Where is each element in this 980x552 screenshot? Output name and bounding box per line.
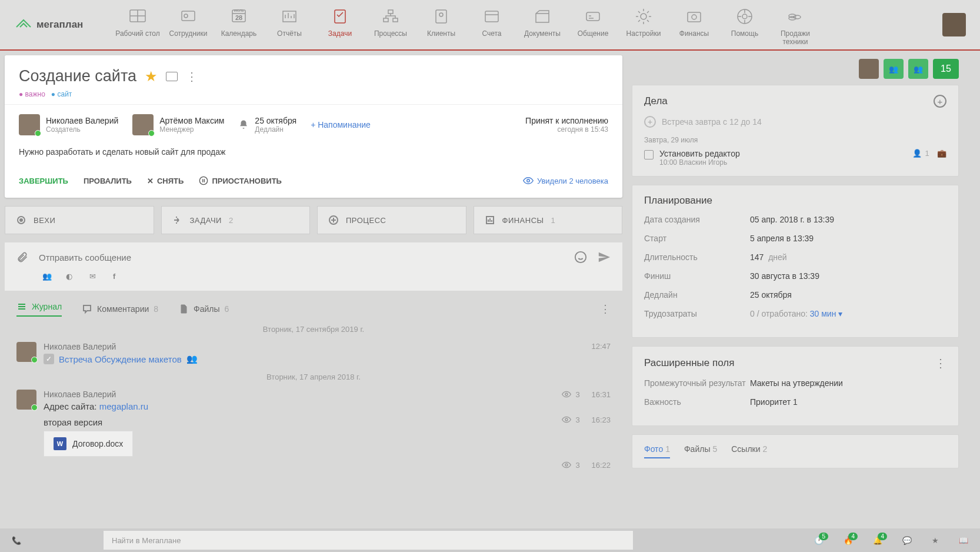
status-bar: 📞 Найти в Мегаплане 🕐5 🔥4 🔔4 💬 ★ 📖 xyxy=(0,528,980,552)
feedtab-Файлы[interactable]: Файлы6 xyxy=(178,304,229,314)
svg-rect-14 xyxy=(485,11,498,22)
more-icon[interactable]: ⋮ xyxy=(600,302,611,315)
logo[interactable]: мегаплан xyxy=(14,15,108,34)
nav-Документы[interactable]: Документы xyxy=(519,4,566,46)
svg-point-25 xyxy=(200,177,208,184)
feedtab-Журнал[interactable]: Журнал xyxy=(16,301,62,317)
svg-rect-16 xyxy=(586,12,599,21)
star-icon[interactable]: ★ xyxy=(932,536,939,545)
nav-Процессы[interactable]: Процессы xyxy=(367,4,414,46)
svg-rect-10 xyxy=(384,18,388,22)
bell-icon[interactable]: 🔔4 xyxy=(873,536,882,545)
emoji-icon[interactable] xyxy=(574,251,587,264)
svg-point-26 xyxy=(527,179,530,182)
svg-point-32 xyxy=(565,393,568,395)
nav-Клиенты[interactable]: Клиенты xyxy=(418,4,465,46)
global-search[interactable]: Найти в Мегаплане xyxy=(104,531,633,550)
nav-Счета[interactable]: Счета xyxy=(468,4,515,46)
mail-icon[interactable]: ✉ xyxy=(89,272,100,282)
file-attachment[interactable]: WДоговор.docx xyxy=(44,431,133,457)
seen-indicator[interactable]: Увидели 2 человека xyxy=(523,175,608,186)
feed-message: Николаев Валерий ✓Встреча Обсуждение мак… xyxy=(16,342,611,364)
feed-message: Николаев Валерий Адрес сайта: megaplan.r… xyxy=(16,390,611,411)
tab-ВЕХИ[interactable]: ВЕХИ xyxy=(5,206,154,234)
nav-Помощь[interactable]: Помощь xyxy=(721,4,768,46)
svg-point-13 xyxy=(439,13,443,16)
manager[interactable]: Артёмов МаксимМенеджер xyxy=(132,114,224,135)
meeting-link[interactable]: ✓Встреча Обсуждение макетов 👥 xyxy=(44,354,611,364)
svg-point-34 xyxy=(565,464,568,466)
quick-add[interactable]: + Встреча завтра с 12 до 14 xyxy=(644,116,946,128)
svg-point-4 xyxy=(184,14,188,18)
nav-Рабочий стол[interactable]: Рабочий стол xyxy=(114,4,161,46)
svg-rect-8 xyxy=(335,10,345,23)
task-title: Создание сайта xyxy=(19,67,136,85)
feedtab-Комментарии[interactable]: Комментарии8 xyxy=(82,304,158,314)
add-icon[interactable]: + xyxy=(934,95,946,108)
globe-icon[interactable]: ◐ xyxy=(66,272,76,282)
book-icon[interactable]: 📖 xyxy=(959,536,968,545)
group-icon[interactable]: 👥 xyxy=(908,59,928,79)
top-navigation: мегаплан Рабочий столСотрудники28июльКал… xyxy=(0,0,980,51)
nav-Задачи[interactable]: Задачи xyxy=(316,4,364,46)
nav-Сотрудники[interactable]: Сотрудники xyxy=(165,4,212,46)
planning-panel: Планирование Дата создания05 апр. 2018 г… xyxy=(632,185,959,338)
task-card: Создание сайта ★ ⋮ ● важно ● сайт Никола… xyxy=(5,55,622,198)
add-reminder[interactable]: + Напоминание xyxy=(311,120,371,129)
nav-Продажи техники[interactable]: Продажи техники xyxy=(772,4,819,46)
site-link[interactable]: megaplan.ru xyxy=(99,401,148,411)
phone-icon[interactable]: 📞 xyxy=(12,536,21,545)
star-icon[interactable]: ★ xyxy=(145,68,158,85)
effort-link[interactable]: 30 мин ▾ xyxy=(810,309,843,318)
svg-point-28 xyxy=(20,219,22,221)
user-avatar[interactable] xyxy=(942,13,966,36)
svg-point-21 xyxy=(742,14,747,19)
task-description: Нужно разработать и сделать новый сайт д… xyxy=(5,145,622,168)
nav-Финансы[interactable]: Финансы xyxy=(671,4,718,46)
fire-icon[interactable]: 🔥4 xyxy=(844,536,853,545)
compose-box: 👥 ◐ ✉ f xyxy=(5,242,622,291)
svg-point-33 xyxy=(565,418,568,421)
clock-icon[interactable]: 🕐5 xyxy=(814,536,824,545)
svg-point-31 xyxy=(575,252,586,262)
svg-point-19 xyxy=(692,15,696,19)
creator[interactable]: Николаев ВалерийСоздатель xyxy=(19,114,118,135)
task-status: Принят к исполнению сегодня в 15:43 xyxy=(525,116,608,134)
count-badge[interactable]: 15 xyxy=(933,59,959,79)
svg-rect-11 xyxy=(393,18,398,22)
tab-ПРОЦЕСС[interactable]: ПРОЦЕСС xyxy=(317,206,466,234)
message-input[interactable] xyxy=(39,252,564,262)
ext-fields-panel: Расширенные поля⋮ Промежуточный результа… xyxy=(632,346,959,426)
nav-Отчёты[interactable]: Отчёты xyxy=(266,4,313,46)
nav-Общение[interactable]: Общение xyxy=(569,4,616,46)
todo-item[interactable]: Установить редактор 10:00 Власкин Игорь … xyxy=(644,149,946,167)
complete-button[interactable]: ЗАВЕРШИТЬ xyxy=(19,177,68,185)
nav-Календарь[interactable]: 28июльКалендарь xyxy=(215,4,262,46)
attachments-panel: Фото1Файлы5Ссылки2 xyxy=(632,434,959,468)
attachtab-Фото[interactable]: Фото1 xyxy=(644,444,670,458)
send-icon[interactable] xyxy=(598,251,611,264)
remove-button[interactable]: ✕ СНЯТЬ xyxy=(147,177,184,185)
tab-ЗАДАЧИ[interactable]: ЗАДАЧИ2 xyxy=(161,206,311,234)
facebook-icon[interactable]: f xyxy=(113,272,124,282)
group-icon[interactable]: 👥 xyxy=(884,59,904,79)
attachtab-Файлы[interactable]: Файлы5 xyxy=(684,444,717,458)
date-separator: Вторник, 17 сентября 2019 г. xyxy=(16,325,611,334)
more-icon[interactable]: ⋮ xyxy=(186,69,198,84)
avatar[interactable] xyxy=(859,59,879,79)
tag-icon[interactable] xyxy=(166,72,178,81)
tab-ФИНАНСЫ[interactable]: ФИНАНСЫ1 xyxy=(474,206,623,234)
people-icon[interactable]: 👥 xyxy=(42,272,53,282)
nav-Настройки[interactable]: Настройки xyxy=(620,4,667,46)
attachtab-Ссылки[interactable]: Ссылки2 xyxy=(731,444,767,458)
attach-icon[interactable] xyxy=(16,251,28,263)
more-icon[interactable]: ⋮ xyxy=(935,356,946,370)
fail-button[interactable]: ПРОВАЛИТЬ xyxy=(84,177,132,185)
svg-point-17 xyxy=(641,14,646,19)
deadline: 25 октябряДедлайн xyxy=(238,116,296,134)
pause-button[interactable]: ПРИОСТАНОВИТЬ xyxy=(199,176,282,185)
chat-icon[interactable]: 💬 xyxy=(902,536,912,545)
tags: ● важно ● сайт xyxy=(19,90,608,98)
feed-message: 3 16:22 xyxy=(16,460,611,472)
dela-panel: Дела+ + Встреча завтра с 12 до 14 Завтра… xyxy=(632,85,959,177)
